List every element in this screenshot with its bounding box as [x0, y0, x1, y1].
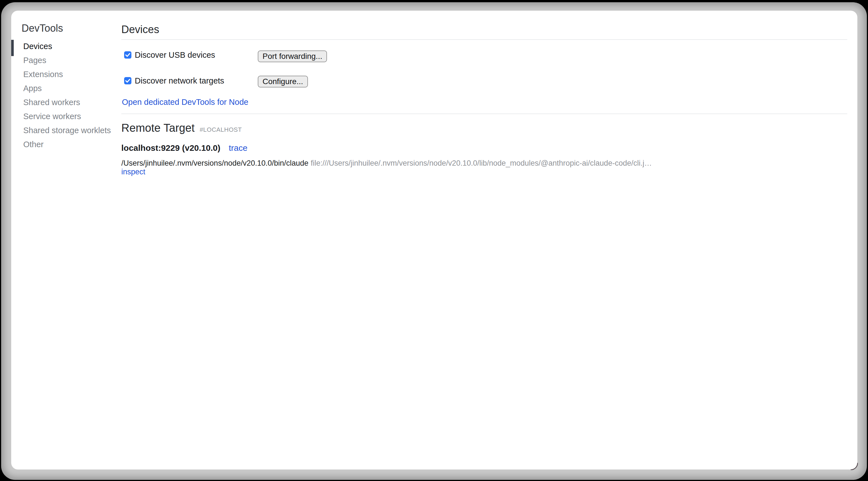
open-node-devtools-link[interactable]: Open dedicated DevTools for Node [122, 97, 248, 107]
sidebar-nav: Devices Pages Extensions Apps Shared wor… [11, 39, 121, 151]
discover-usb-label: Discover USB devices [135, 51, 215, 60]
resize-grip-icon[interactable] [849, 462, 858, 470]
app-window: DevTools Devices Pages Extensions Apps S… [1, 2, 867, 480]
sidebar-item-service-workers[interactable]: Service workers [11, 109, 121, 123]
devtools-page: DevTools Devices Pages Extensions Apps S… [11, 11, 857, 470]
target-row: localhost:9229 (v20.10.0) trace [121, 143, 247, 153]
sidebar-item-devices[interactable]: Devices [11, 39, 121, 53]
sidebar-item-shared-storage-worklets[interactable]: Shared storage worklets [11, 123, 121, 137]
check-icon [125, 79, 130, 83]
target-path-line: /Users/jinhuilee/.nvm/versions/node/v20.… [121, 159, 652, 168]
remote-target-title: Remote Target [121, 121, 195, 134]
sidebar-item-label: Devices [23, 42, 52, 51]
page-title: Devices [121, 23, 159, 36]
target-name: localhost:9229 (v20.10.0) [121, 143, 220, 153]
target-details: /Users/jinhuilee/.nvm/versions/node/v20.… [121, 159, 652, 176]
sidebar-item-label: Extensions [23, 70, 63, 79]
sidebar-item-label: Apps [23, 84, 42, 93]
remote-target-header: Remote Target #LOCALHOST [121, 121, 242, 134]
sidebar-item-label: Shared workers [23, 98, 80, 107]
discover-usb-row: Discover USB devices [124, 51, 215, 59]
discover-network-row: Discover network targets [124, 77, 224, 84]
trace-link[interactable]: trace [229, 143, 248, 153]
discover-network-label: Discover network targets [135, 76, 224, 86]
discover-network-checkbox[interactable] [124, 77, 131, 84]
sidebar-item-label: Shared storage worklets [23, 126, 111, 135]
divider [121, 114, 847, 114]
sidebar-title: DevTools [22, 23, 63, 34]
sidebar-item-other[interactable]: Other [11, 137, 121, 151]
inspect-link[interactable]: inspect [121, 168, 146, 176]
main-panel: Devices Discover USB devices Port forwar… [121, 11, 857, 470]
sidebar: DevTools Devices Pages Extensions Apps S… [11, 11, 121, 470]
sidebar-item-apps[interactable]: Apps [11, 81, 121, 95]
discover-usb-checkbox[interactable] [124, 51, 131, 59]
check-icon [125, 53, 130, 57]
divider [121, 39, 847, 40]
sidebar-item-pages[interactable]: Pages [11, 53, 121, 67]
process-path: /Users/jinhuilee/.nvm/versions/node/v20.… [121, 159, 308, 167]
remote-target-tag: #LOCALHOST [200, 126, 242, 133]
sidebar-item-shared-workers[interactable]: Shared workers [11, 95, 121, 109]
sidebar-item-label: Service workers [23, 112, 81, 121]
port-forwarding-button[interactable]: Port forwarding... [258, 51, 327, 62]
module-url: file:///Users/jinhuilee/.nvm/versions/no… [311, 159, 652, 167]
configure-button[interactable]: Configure... [258, 76, 308, 87]
sidebar-item-label: Other [23, 140, 44, 149]
sidebar-item-label: Pages [23, 56, 46, 65]
sidebar-item-extensions[interactable]: Extensions [11, 67, 121, 81]
